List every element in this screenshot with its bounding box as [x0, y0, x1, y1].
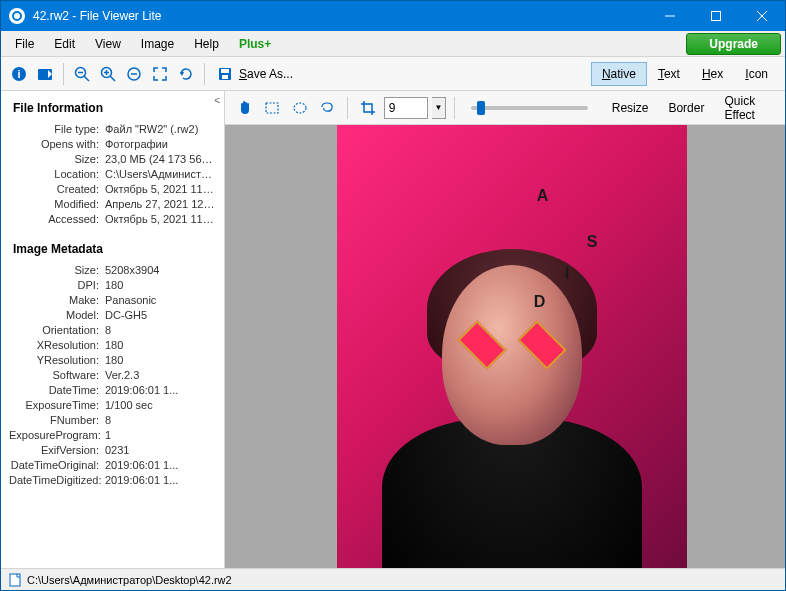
border-button[interactable]: Border: [660, 97, 712, 119]
disk-icon: [217, 66, 233, 82]
kv-value: 5208x3904: [105, 264, 216, 276]
svg-point-0: [13, 12, 21, 20]
zoom-dropdown-icon[interactable]: ▼: [432, 97, 446, 119]
menu-edit[interactable]: Edit: [44, 34, 85, 54]
file-info-list: File type:Файл "RW2" (.rw2)Opens with:Фо…: [1, 121, 224, 232]
file-info-heading: File Information: [1, 91, 224, 121]
fullscreen-icon[interactable]: [148, 62, 172, 86]
kv-key: Orientation:: [9, 324, 105, 336]
image-toolbar: ▼ Resize Border Quick Effect: [225, 91, 785, 125]
kv-key: DateTimeOriginal:: [9, 459, 105, 471]
pan-hand-icon[interactable]: [233, 95, 257, 121]
kv-key: DPI:: [9, 279, 105, 291]
kv-key: Created:: [9, 183, 105, 195]
menu-file[interactable]: File: [5, 34, 44, 54]
kv-row: Modified:Апрель 27, 2021 12:53: [9, 196, 216, 211]
separator: [63, 63, 64, 85]
lasso-icon[interactable]: [316, 95, 340, 121]
view-mode-tabs: Native Text Hex Icon: [591, 62, 779, 86]
tab-icon[interactable]: Icon: [734, 62, 779, 86]
menu-help[interactable]: Help: [184, 34, 229, 54]
fit-icon[interactable]: [122, 62, 146, 86]
kv-row: Size:5208x3904: [9, 262, 216, 277]
tab-native[interactable]: Native: [591, 62, 647, 86]
save-as-button[interactable]: Save As...: [211, 64, 299, 84]
menu-view[interactable]: View: [85, 34, 131, 54]
zoom-slider[interactable]: [471, 106, 588, 110]
quick-effect-button[interactable]: Quick Effect: [716, 91, 785, 126]
kv-key: Location:: [9, 168, 105, 180]
svg-text:i: i: [17, 68, 20, 80]
kv-value: Файл "RW2" (.rw2): [105, 123, 216, 135]
kv-value: Panasonic: [105, 294, 216, 306]
menu-plus[interactable]: Plus+: [229, 34, 281, 54]
close-button[interactable]: [739, 1, 785, 31]
kv-key: Opens with:: [9, 138, 105, 150]
tab-text[interactable]: Text: [647, 62, 691, 86]
kv-value: DC-GH5: [105, 309, 216, 321]
open-icon[interactable]: [33, 62, 57, 86]
statusbar: C:\Users\Администратор\Desktop\42.rw2: [1, 568, 785, 590]
kv-row: ExposureTime:1/100 sec: [9, 397, 216, 412]
kv-row: ExposureProgram:1: [9, 427, 216, 442]
toolbar: i Save As... Native Text Hex Icon: [1, 57, 785, 91]
metadata-heading: Image Metadata: [1, 232, 224, 262]
kv-key: Model:: [9, 309, 105, 321]
kv-key: ExposureTime:: [9, 399, 105, 411]
titlebar: 42.rw2 - File Viewer Lite: [1, 1, 785, 31]
svg-point-23: [294, 103, 306, 113]
kv-row: DPI:180: [9, 277, 216, 292]
kv-key: ExposureProgram:: [9, 429, 105, 441]
kv-key: File type:: [9, 123, 105, 135]
separator: [454, 97, 455, 119]
kv-row: FNumber:8: [9, 412, 216, 427]
crop-icon[interactable]: [356, 95, 380, 121]
zoom-out-icon[interactable]: [70, 62, 94, 86]
kv-row: DateTimeOriginal:2019:06:01 1...: [9, 457, 216, 472]
menu-image[interactable]: Image: [131, 34, 184, 54]
kv-row: Make:Panasonic: [9, 292, 216, 307]
kv-key: Size:: [9, 153, 105, 165]
kv-value: 23,0 МБ (24 173 568 b...: [105, 153, 216, 165]
kv-value: 2019:06:01 1...: [105, 474, 216, 486]
svg-rect-20: [221, 69, 229, 73]
overlay-letter: D: [534, 293, 546, 311]
zoom-in-icon[interactable]: [96, 62, 120, 86]
svg-rect-22: [266, 103, 278, 113]
svg-line-13: [110, 76, 115, 81]
refresh-icon[interactable]: [174, 62, 198, 86]
kv-value: Апрель 27, 2021 12:53: [105, 198, 216, 210]
kv-key: Size:: [9, 264, 105, 276]
marquee-rect-icon[interactable]: [261, 95, 285, 121]
metadata-list: Size:5208x3904DPI:180Make:PanasonicModel…: [1, 262, 224, 493]
collapse-handle-icon[interactable]: <: [214, 95, 220, 106]
slider-thumb[interactable]: [477, 101, 485, 115]
zoom-input[interactable]: [384, 97, 428, 119]
image-preview: A S I D: [337, 125, 687, 568]
kv-row: ExifVersion:0231: [9, 442, 216, 457]
upgrade-button[interactable]: Upgrade: [686, 33, 781, 55]
kv-value: 2019:06:01 1...: [105, 459, 216, 471]
maximize-button[interactable]: [693, 1, 739, 31]
kv-value: Октябрь 5, 2021 11:59: [105, 213, 216, 225]
kv-key: FNumber:: [9, 414, 105, 426]
tab-hex[interactable]: Hex: [691, 62, 734, 86]
overlay-letter: S: [587, 233, 598, 251]
image-canvas[interactable]: A S I D: [225, 125, 785, 568]
kv-row: Size:23,0 МБ (24 173 568 b...: [9, 151, 216, 166]
kv-key: XResolution:: [9, 339, 105, 351]
resize-button[interactable]: Resize: [604, 97, 657, 119]
kv-value: 1: [105, 429, 216, 441]
marquee-ellipse-icon[interactable]: [288, 95, 312, 121]
kv-row: DateTimeDigitized:2019:06:01 1...: [9, 472, 216, 487]
kv-value: 0231: [105, 444, 216, 456]
kv-value: 8: [105, 324, 216, 336]
kv-row: Model:DC-GH5: [9, 307, 216, 322]
kv-key: Make:: [9, 294, 105, 306]
kv-key: DateTimeDigitized:: [9, 474, 105, 486]
info-icon[interactable]: i: [7, 62, 31, 86]
minimize-button[interactable]: [647, 1, 693, 31]
kv-row: Accessed:Октябрь 5, 2021 11:59: [9, 211, 216, 226]
save-as-label: Save As...: [239, 67, 293, 81]
kv-value: 180: [105, 339, 216, 351]
